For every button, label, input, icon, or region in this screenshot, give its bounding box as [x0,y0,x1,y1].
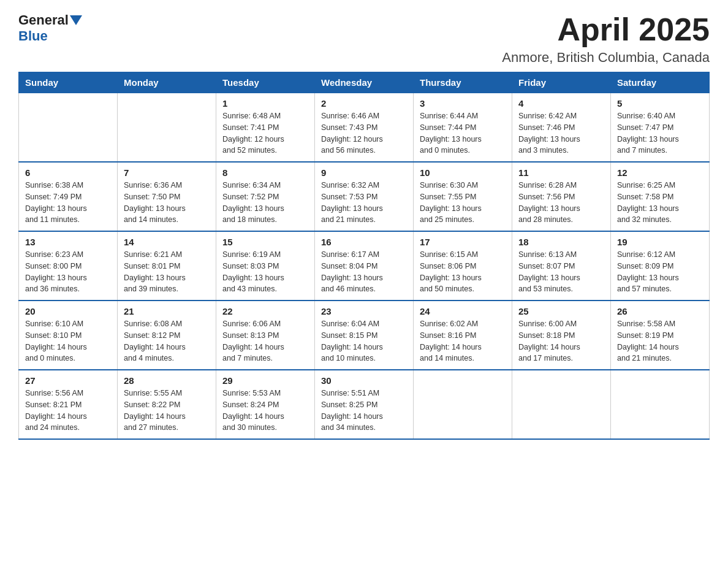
day-info: Sunrise: 6:48 AM Sunset: 7:41 PM Dayligh… [222,110,308,156]
day-info: Sunrise: 6:34 AM Sunset: 7:52 PM Dayligh… [222,180,308,226]
calendar-week-row: 20Sunrise: 6:10 AM Sunset: 8:10 PM Dayli… [19,301,710,370]
calendar-day-cell [611,370,710,439]
logo-general-text: General [18,12,69,28]
day-number: 10 [420,167,506,178]
calendar-day-cell: 27Sunrise: 5:56 AM Sunset: 8:21 PM Dayli… [19,370,118,439]
day-number: 28 [124,375,210,386]
day-number: 1 [222,98,308,109]
day-number: 19 [617,237,703,247]
calendar-day-cell: 9Sunrise: 6:32 AM Sunset: 7:53 PM Daylig… [315,162,414,231]
logo: General Blue [18,12,83,44]
header-row: Sunday Monday Tuesday Wednesday Thursday… [19,72,710,93]
day-info: Sunrise: 6:44 AM Sunset: 7:44 PM Dayligh… [420,110,506,156]
calendar-week-row: 1Sunrise: 6:48 AM Sunset: 7:41 PM Daylig… [19,93,710,163]
calendar-day-cell: 20Sunrise: 6:10 AM Sunset: 8:10 PM Dayli… [19,301,118,370]
header-friday: Friday [512,72,611,93]
calendar-day-cell: 4Sunrise: 6:42 AM Sunset: 7:46 PM Daylig… [512,93,611,163]
calendar-week-row: 27Sunrise: 5:56 AM Sunset: 8:21 PM Dayli… [19,370,710,439]
day-number: 30 [321,375,407,386]
day-info: Sunrise: 5:51 AM Sunset: 8:25 PM Dayligh… [321,388,407,434]
calendar-day-cell: 7Sunrise: 6:36 AM Sunset: 7:50 PM Daylig… [118,162,216,231]
day-number: 20 [25,306,111,316]
day-number: 22 [222,306,308,316]
day-number: 3 [420,98,506,109]
day-info: Sunrise: 6:32 AM Sunset: 7:53 PM Dayligh… [321,180,407,226]
calendar-day-cell: 6Sunrise: 6:38 AM Sunset: 7:49 PM Daylig… [19,162,118,231]
day-info: Sunrise: 6:17 AM Sunset: 8:04 PM Dayligh… [321,249,407,295]
day-info: Sunrise: 6:42 AM Sunset: 7:46 PM Dayligh… [518,110,604,156]
day-number: 16 [321,237,407,247]
calendar-day-cell: 18Sunrise: 6:13 AM Sunset: 8:07 PM Dayli… [512,231,611,301]
day-info: Sunrise: 5:55 AM Sunset: 8:22 PM Dayligh… [124,388,210,434]
day-info: Sunrise: 6:08 AM Sunset: 8:12 PM Dayligh… [124,318,210,364]
title-block: April 2025 Anmore, British Columbia, Can… [502,12,710,66]
calendar-title: April 2025 [502,12,710,47]
calendar-day-cell: 15Sunrise: 6:19 AM Sunset: 8:03 PM Dayli… [216,231,315,301]
calendar-day-cell: 10Sunrise: 6:30 AM Sunset: 7:55 PM Dayli… [414,162,512,231]
day-number: 27 [25,375,111,386]
page-header: General Blue April 2025 Anmore, British … [18,12,710,66]
calendar-body: 1Sunrise: 6:48 AM Sunset: 7:41 PM Daylig… [19,93,710,440]
day-info: Sunrise: 6:46 AM Sunset: 7:43 PM Dayligh… [321,110,407,156]
day-number: 17 [420,237,506,247]
day-number: 11 [518,167,604,178]
day-number: 29 [222,375,308,386]
day-info: Sunrise: 6:36 AM Sunset: 7:50 PM Dayligh… [124,180,210,226]
header-sunday: Sunday [19,72,118,93]
calendar-table: Sunday Monday Tuesday Wednesday Thursday… [18,72,710,440]
day-number: 8 [222,167,308,178]
day-number: 21 [124,306,210,316]
day-info: Sunrise: 5:53 AM Sunset: 8:24 PM Dayligh… [222,388,308,434]
day-info: Sunrise: 6:30 AM Sunset: 7:55 PM Dayligh… [420,180,506,226]
day-number: 9 [321,167,407,178]
header-tuesday: Tuesday [216,72,315,93]
logo-triangle-icon [70,15,82,25]
day-number: 25 [518,306,604,316]
day-number: 7 [124,167,210,178]
header-monday: Monday [118,72,216,93]
calendar-day-cell: 13Sunrise: 6:23 AM Sunset: 8:00 PM Dayli… [19,231,118,301]
calendar-day-cell: 25Sunrise: 6:00 AM Sunset: 8:18 PM Dayli… [512,301,611,370]
header-saturday: Saturday [611,72,710,93]
calendar-day-cell: 30Sunrise: 5:51 AM Sunset: 8:25 PM Dayli… [315,370,414,439]
day-info: Sunrise: 6:10 AM Sunset: 8:10 PM Dayligh… [25,318,111,364]
calendar-day-cell: 11Sunrise: 6:28 AM Sunset: 7:56 PM Dayli… [512,162,611,231]
logo-blue-text: Blue [18,28,48,44]
day-info: Sunrise: 6:02 AM Sunset: 8:16 PM Dayligh… [420,318,506,364]
day-info: Sunrise: 6:38 AM Sunset: 7:49 PM Dayligh… [25,180,111,226]
day-info: Sunrise: 6:15 AM Sunset: 8:06 PM Dayligh… [420,249,506,295]
day-number: 24 [420,306,506,316]
calendar-day-cell: 1Sunrise: 6:48 AM Sunset: 7:41 PM Daylig… [216,93,315,163]
day-info: Sunrise: 6:25 AM Sunset: 7:58 PM Dayligh… [617,180,703,226]
calendar-day-cell: 2Sunrise: 6:46 AM Sunset: 7:43 PM Daylig… [315,93,414,163]
calendar-day-cell: 21Sunrise: 6:08 AM Sunset: 8:12 PM Dayli… [118,301,216,370]
day-number: 23 [321,306,407,316]
day-info: Sunrise: 6:06 AM Sunset: 8:13 PM Dayligh… [222,318,308,364]
day-info: Sunrise: 6:21 AM Sunset: 8:01 PM Dayligh… [124,249,210,295]
calendar-week-row: 13Sunrise: 6:23 AM Sunset: 8:00 PM Dayli… [19,231,710,301]
calendar-day-cell: 22Sunrise: 6:06 AM Sunset: 8:13 PM Dayli… [216,301,315,370]
day-info: Sunrise: 6:00 AM Sunset: 8:18 PM Dayligh… [518,318,604,364]
calendar-day-cell [414,370,512,439]
calendar-day-cell: 28Sunrise: 5:55 AM Sunset: 8:22 PM Dayli… [118,370,216,439]
calendar-day-cell: 16Sunrise: 6:17 AM Sunset: 8:04 PM Dayli… [315,231,414,301]
day-number: 13 [25,237,111,247]
day-number: 26 [617,306,703,316]
calendar-day-cell: 8Sunrise: 6:34 AM Sunset: 7:52 PM Daylig… [216,162,315,231]
calendar-subtitle: Anmore, British Columbia, Canada [502,50,710,66]
calendar-day-cell [19,93,118,163]
day-number: 6 [25,167,111,178]
day-number: 15 [222,237,308,247]
day-info: Sunrise: 6:19 AM Sunset: 8:03 PM Dayligh… [222,249,308,295]
calendar-day-cell: 23Sunrise: 6:04 AM Sunset: 8:15 PM Dayli… [315,301,414,370]
calendar-day-cell: 5Sunrise: 6:40 AM Sunset: 7:47 PM Daylig… [611,93,710,163]
calendar-day-cell [118,93,216,163]
day-info: Sunrise: 6:23 AM Sunset: 8:00 PM Dayligh… [25,249,111,295]
calendar-week-row: 6Sunrise: 6:38 AM Sunset: 7:49 PM Daylig… [19,162,710,231]
day-number: 5 [617,98,703,109]
calendar-day-cell: 26Sunrise: 5:58 AM Sunset: 8:19 PM Dayli… [611,301,710,370]
calendar-header: Sunday Monday Tuesday Wednesday Thursday… [19,72,710,93]
calendar-day-cell: 14Sunrise: 6:21 AM Sunset: 8:01 PM Dayli… [118,231,216,301]
calendar-day-cell: 24Sunrise: 6:02 AM Sunset: 8:16 PM Dayli… [414,301,512,370]
day-number: 4 [518,98,604,109]
